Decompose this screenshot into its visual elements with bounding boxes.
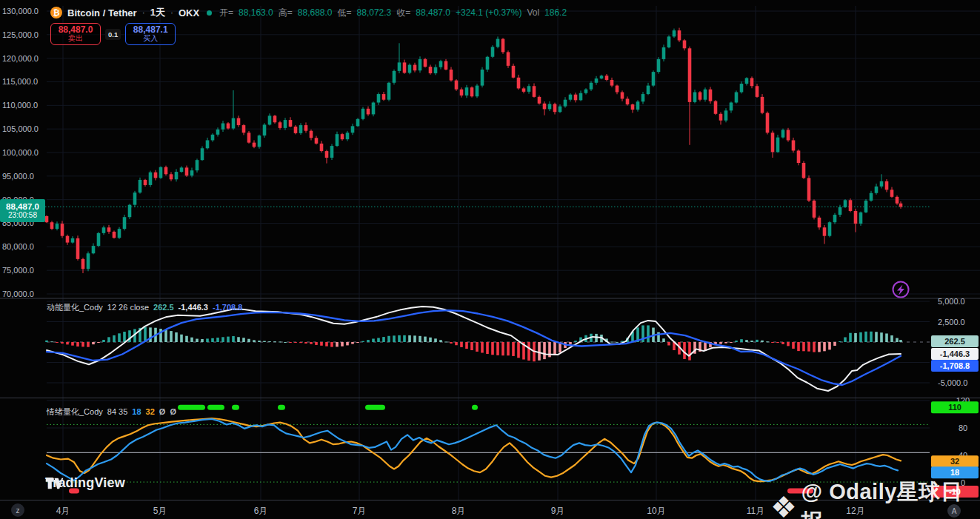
last-price-value: 88,487.0 — [6, 202, 39, 212]
price-tick-label: 120,000.0 — [2, 54, 39, 63]
green-signal-marker — [207, 405, 224, 410]
macd-hist-bar — [802, 342, 805, 351]
candle — [180, 167, 184, 172]
macd-hist-bar — [899, 340, 902, 342]
price-tick-label: 95,000.0 — [2, 172, 34, 181]
low-value: 88,072.3 — [357, 7, 392, 18]
symbol-header: ₿ Bitcoin / Tether · 1天 · OKX 开= 88,163.… — [50, 6, 567, 19]
macd-hist-bar — [320, 342, 323, 346]
macd-hist-bar — [740, 339, 743, 342]
macd-hist-value: 262.5 — [153, 303, 174, 312]
candle — [66, 236, 70, 243]
candle — [839, 207, 842, 215]
macd-hist-bar — [284, 342, 287, 343]
candle — [802, 163, 806, 178]
sell-button[interactable]: 88,487.0 卖出 — [50, 23, 101, 45]
macd-hist-bar — [87, 342, 90, 347]
candle — [667, 36, 671, 47]
green-signal-marker — [232, 405, 239, 410]
candle — [232, 118, 236, 129]
macd-hist-bar — [263, 341, 266, 342]
chart-canvas[interactable]: 130,000.0125,000.0120,000.0115,000.0110,… — [0, 0, 980, 519]
macd-hist-bar — [336, 342, 339, 346]
candle — [413, 65, 417, 71]
axis-value-tag: -10 — [931, 486, 979, 498]
candle — [444, 61, 448, 69]
macd-params: 12 26 close — [107, 303, 149, 312]
oscillator-axis[interactable]: 120804001103218-10 — [931, 396, 979, 498]
candle — [641, 94, 645, 101]
macd-hist-bar — [61, 342, 64, 344]
candle — [123, 217, 127, 229]
macd-legend[interactable]: 动能量化_Cody 12 26 close 262.5 -1,446.3 -1,… — [47, 302, 242, 313]
macd-hist-bar — [667, 342, 670, 346]
tradingview-logo[interactable]: TradingView — [45, 475, 125, 491]
candle — [367, 109, 370, 115]
candle — [662, 47, 666, 59]
candle — [574, 95, 578, 101]
timezone-button[interactable]: z — [11, 503, 24, 517]
buy-button[interactable]: 88,487.1 买入 — [125, 23, 176, 45]
candle — [507, 52, 510, 65]
time-axis[interactable]: 4月5月6月7月8月9月10月11月12月 — [56, 506, 865, 516]
macd-hist-bar — [247, 339, 250, 342]
candle — [647, 86, 650, 94]
macd-hist-bar — [844, 337, 847, 342]
macd-hist-bar — [71, 342, 74, 346]
macd-hist-bar — [377, 338, 380, 342]
candle — [118, 229, 121, 238]
macd-hist-bar — [610, 342, 613, 343]
candle — [460, 90, 464, 96]
macd-hist-bar — [113, 335, 116, 342]
oscillator-legend[interactable]: 情绪量化_Cody 84 35 18 32 Ø Ø — [47, 406, 176, 418]
candle — [569, 95, 573, 100]
candle — [512, 66, 516, 78]
candle — [76, 238, 80, 259]
macd-hist-bar — [123, 332, 126, 342]
candle — [771, 133, 775, 152]
month-label: 8月 — [452, 506, 466, 516]
green-signal-marker — [178, 405, 205, 410]
adjust-button[interactable]: A — [947, 504, 961, 518]
candle — [92, 246, 96, 253]
osc-title[interactable]: 情绪量化_Cody — [47, 406, 103, 418]
candle — [61, 224, 64, 236]
month-label: 4月 — [56, 506, 70, 516]
last-price-tag: 88,487.0 23:00:58 — [0, 199, 45, 222]
tradingview-mark-icon — [45, 475, 64, 492]
macd-hist-bar — [828, 342, 831, 349]
macd-hist-bar — [481, 342, 484, 353]
price-tick-label: 130,000.0 — [2, 7, 39, 16]
macd-hist-bar — [745, 340, 748, 342]
interval[interactable]: 1天 — [150, 6, 165, 19]
price-axis[interactable]: 130,000.0125,000.0120,000.0115,000.0110,… — [2, 7, 39, 298]
symbol-name[interactable]: Bitcoin / Tether — [67, 7, 137, 19]
candle — [419, 59, 422, 70]
axis-tag-label: 262.5 — [944, 337, 965, 346]
candle — [81, 259, 85, 269]
month-label: 6月 — [254, 506, 268, 516]
candle — [289, 120, 293, 127]
macd-hist-bar — [896, 338, 899, 342]
candle — [190, 170, 194, 175]
close-value: 88,487.0 — [416, 7, 450, 18]
sentiment-fast-line — [47, 419, 898, 481]
candle — [315, 138, 319, 144]
flash-trade-icon[interactable] — [893, 282, 909, 298]
macd-hist-bar — [787, 342, 790, 346]
candle — [356, 119, 360, 127]
candle — [745, 78, 749, 84]
macd-title[interactable]: 动能量化_Cody — [47, 302, 103, 313]
macd-axis[interactable]: 5,000.02,500.0-5,000.0262.5-1,446.3-1,70… — [931, 297, 979, 387]
candle — [813, 201, 816, 218]
volume-value: 186.2 — [544, 7, 567, 18]
candle — [823, 227, 827, 235]
macd-hist-bar — [460, 342, 463, 347]
candle — [719, 114, 723, 121]
candle — [403, 62, 407, 73]
exchange[interactable]: OKX — [179, 7, 199, 19]
countdown-timer: 23:00:58 — [8, 211, 37, 219]
macd-hist-bar — [413, 335, 416, 342]
macd-hist-bar — [398, 335, 401, 342]
macd-hist-bar — [750, 341, 753, 342]
